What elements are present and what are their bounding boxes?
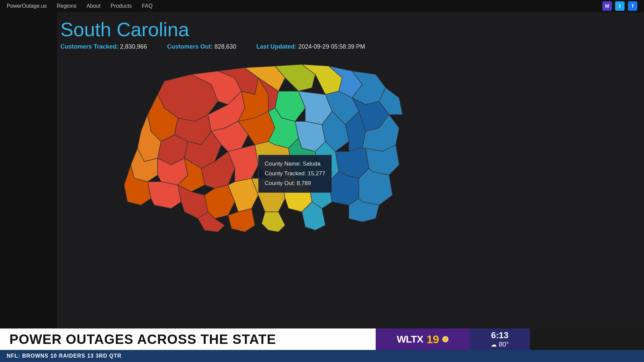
left-sidebar bbox=[0, 12, 57, 328]
map-area[interactable]: County Name: Saluda County Tracked: 15,2… bbox=[57, 54, 644, 235]
nav-faq[interactable]: FAQ bbox=[142, 3, 153, 9]
last-updated-value: 2024-09-29 05:58:39 PM bbox=[298, 43, 365, 50]
nav-regions[interactable]: Regions bbox=[57, 3, 76, 9]
twitter-icon[interactable]: t bbox=[615, 1, 625, 11]
social-links: M t f bbox=[602, 1, 637, 11]
nav-brand[interactable]: PowerOutage.us bbox=[7, 3, 47, 9]
main-content: South Carolina Customers Tracked: 2,830,… bbox=[57, 12, 644, 328]
last-updated-label: Last Updated: bbox=[256, 43, 297, 50]
svg-marker-49 bbox=[228, 208, 255, 232]
station-logo-circle bbox=[442, 336, 448, 342]
svg-marker-50 bbox=[262, 212, 285, 232]
lower-third: POWER OUTAGES ACROSS THE STATE WLTX 19 6… bbox=[0, 328, 644, 362]
headline-bar: POWER OUTAGES ACROSS THE STATE bbox=[0, 328, 376, 350]
mastodon-icon[interactable]: M bbox=[602, 1, 612, 11]
weather-icon: ☁ bbox=[491, 341, 497, 348]
sc-map bbox=[104, 54, 416, 235]
svg-marker-39 bbox=[148, 182, 181, 208]
last-updated-stat: Last Updated: 2024-09-29 05:58:39 PM bbox=[256, 43, 365, 50]
customers-tracked-label: Customers Tracked: bbox=[60, 43, 118, 50]
stats-row: Customers Tracked: 2,830,966 Customers O… bbox=[57, 43, 644, 54]
time-display: 6:13 bbox=[491, 330, 508, 341]
page-title: South Carolina bbox=[57, 12, 644, 43]
station-number: 19 bbox=[426, 333, 439, 346]
headline-text: POWER OUTAGES ACROSS THE STATE bbox=[9, 332, 276, 347]
ticker-bar: NFL: BROWNS 10 RAIDERS 13 3RD QTR bbox=[0, 350, 644, 362]
ticker-text: NFL: BROWNS 10 RAIDERS 13 3RD QTR bbox=[7, 353, 121, 359]
customers-tracked-value: 2,830,966 bbox=[120, 43, 147, 50]
customers-out-value: 828,630 bbox=[214, 43, 236, 50]
facebook-icon[interactable]: f bbox=[628, 1, 637, 11]
station-bug: WLTX 19 bbox=[376, 328, 470, 350]
weather-row: ☁ 80° bbox=[491, 341, 509, 348]
weather-bug: 6:13 ☁ 80° bbox=[470, 328, 530, 350]
customers-out-stat: Customers Out: 828,630 bbox=[167, 43, 236, 50]
customers-out-label: Customers Out: bbox=[167, 43, 213, 50]
station-name: WLTX bbox=[397, 334, 423, 345]
nav-products[interactable]: Products bbox=[111, 3, 132, 9]
nav-about[interactable]: About bbox=[87, 3, 101, 9]
customers-tracked-stat: Customers Tracked: 2,830,966 bbox=[60, 43, 147, 50]
svg-marker-32 bbox=[228, 145, 258, 182]
navbar: PowerOutage.us Regions About Products FA… bbox=[0, 0, 644, 12]
temperature-display: 80° bbox=[499, 341, 509, 348]
